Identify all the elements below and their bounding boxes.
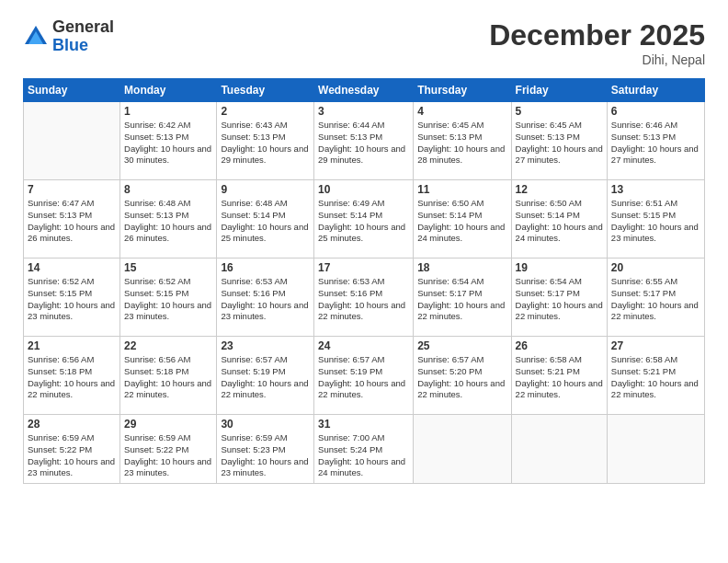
day-number: 13 <box>611 183 700 196</box>
calendar-cell: 2Sunrise: 6:43 AM Sunset: 5:13 PM Daylig… <box>217 102 314 180</box>
day-number: 2 <box>221 105 310 118</box>
day-info: Sunrise: 6:50 AM Sunset: 5:14 PM Dayligh… <box>516 198 603 245</box>
header: General Blue December 2025 Dihi, Nepal <box>23 18 705 67</box>
calendar-cell: 17Sunrise: 6:53 AM Sunset: 5:16 PM Dayli… <box>314 259 414 337</box>
day-number: 30 <box>221 418 310 431</box>
calendar-week-3: 14Sunrise: 6:52 AM Sunset: 5:15 PM Dayli… <box>24 259 705 337</box>
day-info: Sunrise: 6:58 AM Sunset: 5:21 PM Dayligh… <box>611 354 700 401</box>
calendar-cell: 18Sunrise: 6:54 AM Sunset: 5:17 PM Dayli… <box>414 259 511 337</box>
day-number: 25 <box>417 339 506 352</box>
day-info: Sunrise: 6:58 AM Sunset: 5:21 PM Dayligh… <box>516 354 603 401</box>
calendar-cell: 23Sunrise: 6:57 AM Sunset: 5:19 PM Dayli… <box>217 337 314 415</box>
day-info: Sunrise: 7:00 AM Sunset: 5:24 PM Dayligh… <box>318 432 409 479</box>
calendar-cell <box>607 415 704 484</box>
calendar-cell: 29Sunrise: 6:59 AM Sunset: 5:22 PM Dayli… <box>120 415 217 484</box>
logo-text: General Blue <box>52 18 114 55</box>
month-title: December 2025 <box>489 18 705 52</box>
calendar-cell: 19Sunrise: 6:54 AM Sunset: 5:17 PM Dayli… <box>511 259 607 337</box>
calendar-cell: 28Sunrise: 6:59 AM Sunset: 5:22 PM Dayli… <box>24 415 120 484</box>
calendar-cell: 3Sunrise: 6:44 AM Sunset: 5:13 PM Daylig… <box>314 102 414 180</box>
calendar-cell: 16Sunrise: 6:53 AM Sunset: 5:16 PM Dayli… <box>217 259 314 337</box>
day-number: 9 <box>221 183 310 196</box>
day-number: 15 <box>124 261 212 274</box>
day-number: 10 <box>318 183 409 196</box>
calendar-cell: 26Sunrise: 6:58 AM Sunset: 5:21 PM Dayli… <box>511 337 607 415</box>
calendar-cell: 14Sunrise: 6:52 AM Sunset: 5:15 PM Dayli… <box>24 259 120 337</box>
day-number: 23 <box>221 339 310 352</box>
calendar-cell: 25Sunrise: 6:57 AM Sunset: 5:20 PM Dayli… <box>414 337 511 415</box>
day-info: Sunrise: 6:46 AM Sunset: 5:13 PM Dayligh… <box>611 120 700 167</box>
day-number: 14 <box>28 261 116 274</box>
day-info: Sunrise: 6:45 AM Sunset: 5:13 PM Dayligh… <box>417 120 506 167</box>
calendar-cell: 11Sunrise: 6:50 AM Sunset: 5:14 PM Dayli… <box>414 180 511 259</box>
day-number: 19 <box>516 261 603 274</box>
calendar-cell: 24Sunrise: 6:57 AM Sunset: 5:19 PM Dayli… <box>314 337 414 415</box>
calendar-cell: 12Sunrise: 6:50 AM Sunset: 5:14 PM Dayli… <box>511 180 607 259</box>
day-info: Sunrise: 6:56 AM Sunset: 5:18 PM Dayligh… <box>124 354 212 401</box>
calendar-cell <box>511 415 607 484</box>
day-number: 31 <box>318 418 409 431</box>
title-section: December 2025 Dihi, Nepal <box>489 18 705 67</box>
calendar-cell <box>24 102 120 180</box>
calendar: SundayMondayTuesdayWednesdayThursdayFrid… <box>23 78 705 484</box>
col-header-saturday: Saturday <box>607 79 704 102</box>
col-header-tuesday: Tuesday <box>217 79 314 102</box>
page: General Blue December 2025 Dihi, Nepal S… <box>0 0 728 563</box>
day-info: Sunrise: 6:50 AM Sunset: 5:14 PM Dayligh… <box>417 198 506 245</box>
col-header-wednesday: Wednesday <box>314 79 414 102</box>
calendar-cell: 9Sunrise: 6:48 AM Sunset: 5:14 PM Daylig… <box>217 180 314 259</box>
calendar-week-5: 28Sunrise: 6:59 AM Sunset: 5:22 PM Dayli… <box>24 415 705 484</box>
calendar-header-row: SundayMondayTuesdayWednesdayThursdayFrid… <box>24 79 705 102</box>
day-info: Sunrise: 6:57 AM Sunset: 5:19 PM Dayligh… <box>318 354 409 401</box>
day-info: Sunrise: 6:42 AM Sunset: 5:13 PM Dayligh… <box>124 120 212 167</box>
col-header-thursday: Thursday <box>414 79 511 102</box>
logo: General Blue <box>23 18 114 55</box>
calendar-cell: 6Sunrise: 6:46 AM Sunset: 5:13 PM Daylig… <box>607 102 704 180</box>
calendar-cell: 15Sunrise: 6:52 AM Sunset: 5:15 PM Dayli… <box>120 259 217 337</box>
logo-icon <box>23 24 49 50</box>
day-info: Sunrise: 6:52 AM Sunset: 5:15 PM Dayligh… <box>124 276 212 323</box>
logo-general: General <box>52 18 114 37</box>
day-number: 26 <box>516 339 603 352</box>
day-number: 16 <box>221 261 310 274</box>
day-number: 22 <box>124 339 212 352</box>
day-number: 4 <box>417 105 506 118</box>
calendar-cell: 10Sunrise: 6:49 AM Sunset: 5:14 PM Dayli… <box>314 180 414 259</box>
col-header-monday: Monday <box>120 79 217 102</box>
col-header-sunday: Sunday <box>24 79 120 102</box>
day-number: 3 <box>318 105 409 118</box>
day-info: Sunrise: 6:53 AM Sunset: 5:16 PM Dayligh… <box>318 276 409 323</box>
day-number: 12 <box>516 183 603 196</box>
day-number: 20 <box>611 261 700 274</box>
day-info: Sunrise: 6:43 AM Sunset: 5:13 PM Dayligh… <box>221 120 310 167</box>
logo-blue: Blue <box>52 37 114 55</box>
day-info: Sunrise: 6:51 AM Sunset: 5:15 PM Dayligh… <box>611 198 700 245</box>
location: Dihi, Nepal <box>489 52 705 67</box>
calendar-cell <box>414 415 511 484</box>
day-number: 18 <box>417 261 506 274</box>
day-number: 27 <box>611 339 700 352</box>
day-info: Sunrise: 6:59 AM Sunset: 5:22 PM Dayligh… <box>28 432 116 479</box>
calendar-week-1: 1Sunrise: 6:42 AM Sunset: 5:13 PM Daylig… <box>24 102 705 180</box>
calendar-cell: 5Sunrise: 6:45 AM Sunset: 5:13 PM Daylig… <box>511 102 607 180</box>
day-info: Sunrise: 6:53 AM Sunset: 5:16 PM Dayligh… <box>221 276 310 323</box>
day-number: 24 <box>318 339 409 352</box>
day-info: Sunrise: 6:56 AM Sunset: 5:18 PM Dayligh… <box>28 354 116 401</box>
calendar-cell: 7Sunrise: 6:47 AM Sunset: 5:13 PM Daylig… <box>24 180 120 259</box>
day-info: Sunrise: 6:59 AM Sunset: 5:23 PM Dayligh… <box>221 432 310 479</box>
day-number: 8 <box>124 183 212 196</box>
calendar-cell: 1Sunrise: 6:42 AM Sunset: 5:13 PM Daylig… <box>120 102 217 180</box>
day-info: Sunrise: 6:54 AM Sunset: 5:17 PM Dayligh… <box>417 276 506 323</box>
col-header-friday: Friday <box>511 79 607 102</box>
day-number: 29 <box>124 418 212 431</box>
day-info: Sunrise: 6:47 AM Sunset: 5:13 PM Dayligh… <box>28 198 116 245</box>
day-info: Sunrise: 6:54 AM Sunset: 5:17 PM Dayligh… <box>516 276 603 323</box>
day-number: 6 <box>611 105 700 118</box>
calendar-week-2: 7Sunrise: 6:47 AM Sunset: 5:13 PM Daylig… <box>24 180 705 259</box>
day-number: 28 <box>28 418 116 431</box>
day-number: 17 <box>318 261 409 274</box>
calendar-cell: 4Sunrise: 6:45 AM Sunset: 5:13 PM Daylig… <box>414 102 511 180</box>
day-info: Sunrise: 6:59 AM Sunset: 5:22 PM Dayligh… <box>124 432 212 479</box>
calendar-cell: 8Sunrise: 6:48 AM Sunset: 5:13 PM Daylig… <box>120 180 217 259</box>
day-number: 1 <box>124 105 212 118</box>
